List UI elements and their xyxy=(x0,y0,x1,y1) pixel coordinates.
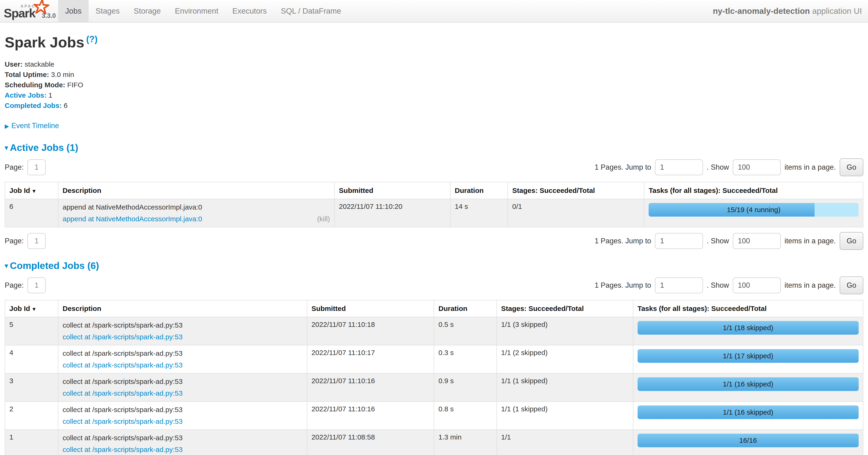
page-content: Spark Jobs(?) User: stackable Total Upti… xyxy=(0,34,868,455)
tab-storage[interactable]: Storage xyxy=(127,0,168,22)
cell-duration: 14 s xyxy=(450,199,508,227)
cell-submitted: 2022/11/07 11:10:18 xyxy=(307,317,434,345)
cell-duration: 1.3 min xyxy=(434,430,496,455)
cell-job-id: 1 xyxy=(5,430,58,455)
active-jobs-heading[interactable]: ▾Active Jobs (1) xyxy=(5,142,863,153)
cell-job-id: 5 xyxy=(5,317,58,345)
table-header-row: Job Id▼ Description Submitted Duration S… xyxy=(5,182,863,199)
job-detail-link[interactable]: collect at /spark-scripts/spark-ad.py:53 xyxy=(63,445,183,454)
completed-jobs-count: 6 xyxy=(64,102,68,109)
column-header-submitted[interactable]: Submitted xyxy=(335,182,450,199)
uptime-value: 3.0 min xyxy=(51,70,74,78)
cell-tasks: 1/1 (17 skipped) xyxy=(633,345,863,373)
cell-duration: 0.9 s xyxy=(434,373,496,401)
job-detail-link[interactable]: collect at /spark-scripts/spark-ad.py:53 xyxy=(63,417,183,426)
summary-completed-jobs: Completed Jobs: 6 xyxy=(5,101,863,111)
progress-label: 1/1 (16 skipped) xyxy=(638,405,859,419)
scheduling-mode-label: Scheduling Mode: xyxy=(5,81,65,89)
job-detail-link[interactable]: append at NativeMethodAccessorImpl.java:… xyxy=(63,214,202,224)
jump-to-input[interactable] xyxy=(655,233,703,249)
tab-executors[interactable]: Executors xyxy=(225,0,274,22)
jump-to-input[interactable] xyxy=(655,277,703,293)
cell-duration: 0.3 s xyxy=(434,345,496,373)
nav-tabs: Jobs Stages Storage Environment Executor… xyxy=(58,0,348,22)
job-detail-link[interactable]: collect at /spark-scripts/spark-ad.py:53 xyxy=(63,332,183,342)
scheduling-mode-value: FIFO xyxy=(67,81,83,89)
progress-label: 1/1 (17 skipped) xyxy=(638,349,859,363)
tab-environment[interactable]: Environment xyxy=(168,0,225,22)
column-header-job-id[interactable]: Job Id▼ xyxy=(5,182,58,199)
tasks-progress-bar: 1/1 (17 skipped) xyxy=(638,349,859,363)
help-icon[interactable]: (?) xyxy=(86,34,98,44)
user-value: stackable xyxy=(25,60,54,68)
tab-sql-dataframe[interactable]: SQL / DataFrame xyxy=(274,0,348,22)
job-detail-link[interactable]: collect at /spark-scripts/spark-ad.py:53 xyxy=(63,389,183,398)
tasks-progress-bar: 15/19 (4 running) xyxy=(649,203,859,217)
tasks-progress-bar: 1/1 (16 skipped) xyxy=(638,377,859,391)
cell-job-id: 4 xyxy=(5,345,58,373)
cell-description: collect at /spark-scripts/spark-ad.py:53… xyxy=(58,317,307,345)
completed-jobs-heading[interactable]: ▾Completed Jobs (6) xyxy=(5,260,863,271)
sort-desc-icon: ▼ xyxy=(31,188,37,194)
summary-active-jobs: Active Jobs: 1 xyxy=(5,90,863,101)
column-header-job-id[interactable]: Job Id▼ xyxy=(5,300,58,317)
pages-jump-text: 1 Pages. Jump to xyxy=(595,237,651,245)
summary-scheduling-mode: Scheduling Mode: FIFO xyxy=(5,80,863,90)
column-header-stages[interactable]: Stages: Succeeded/Total xyxy=(497,300,633,317)
cell-tasks: 16/16 xyxy=(633,430,863,455)
column-header-description[interactable]: Description xyxy=(58,300,307,317)
completed-job-row: 3 collect at /spark-scripts/spark-ad.py:… xyxy=(5,373,863,401)
cell-description: collect at /spark-scripts/spark-ad.py:53… xyxy=(58,373,307,401)
pages-jump-text: 1 Pages. Jump to xyxy=(595,163,651,172)
spark-logo[interactable]: APACHE Spark 3.3.0 xyxy=(0,0,58,22)
page-label: Page: xyxy=(5,281,24,290)
tasks-progress-bar: 16/16 xyxy=(638,434,859,447)
cell-description: collect at /spark-scripts/spark-ad.py:53… xyxy=(58,345,307,373)
column-header-duration[interactable]: Duration xyxy=(434,300,496,317)
column-header-tasks[interactable]: Tasks (for all stages): Succeeded/Total xyxy=(633,300,863,317)
items-text: items in a page. xyxy=(784,163,836,172)
tab-stages[interactable]: Stages xyxy=(89,0,127,22)
cell-submitted: 2022/11/07 11:10:20 xyxy=(335,199,450,227)
event-timeline-toggle[interactable]: ▶Event Timeline xyxy=(5,121,863,130)
collapse-arrow-icon: ▾ xyxy=(5,262,8,269)
page-number-input[interactable] xyxy=(27,277,46,293)
active-jobs-pager-top: Page: 1 Pages. Jump to . Show items in a… xyxy=(5,159,863,176)
spark-version: 3.3.0 xyxy=(42,12,56,20)
cell-tasks: 1/1 (18 skipped) xyxy=(633,317,863,345)
cell-description: collect at /spark-scripts/spark-ad.py:53… xyxy=(58,401,307,430)
cell-submitted: 2022/11/07 11:08:58 xyxy=(307,430,434,455)
cell-tasks: 1/1 (16 skipped) xyxy=(633,373,863,401)
cell-duration: 0.8 s xyxy=(434,401,496,430)
cell-tasks: 1/1 (16 skipped) xyxy=(633,401,863,430)
go-button[interactable]: Go xyxy=(840,159,863,176)
page-label: Page: xyxy=(5,163,24,172)
active-jobs-link[interactable]: Active Jobs: xyxy=(5,91,46,99)
jump-to-input[interactable] xyxy=(655,159,703,175)
column-header-duration[interactable]: Duration xyxy=(450,182,508,199)
active-job-row: 6 append at NativeMethodAccessorImpl.jav… xyxy=(5,199,863,227)
cell-job-id: 3 xyxy=(5,373,58,401)
spark-logo-text: Spark xyxy=(4,6,35,20)
completed-jobs-link[interactable]: Completed Jobs: xyxy=(5,102,62,109)
kill-job-link[interactable]: (kill) xyxy=(317,214,330,224)
items-per-page-input[interactable] xyxy=(733,277,781,293)
go-button[interactable]: Go xyxy=(840,277,863,294)
page-number-input[interactable] xyxy=(27,233,46,249)
cell-submitted: 2022/11/07 11:10:16 xyxy=(307,373,434,401)
column-header-submitted[interactable]: Submitted xyxy=(307,300,434,317)
cell-job-id: 2 xyxy=(5,401,58,430)
column-header-description[interactable]: Description xyxy=(58,182,335,199)
tab-jobs[interactable]: Jobs xyxy=(58,0,89,22)
column-header-stages[interactable]: Stages: Succeeded/Total xyxy=(508,182,644,199)
cell-stages: 1/1 (1 skipped) xyxy=(497,373,633,401)
uptime-label: Total Uptime: xyxy=(5,70,49,78)
go-button[interactable]: Go xyxy=(840,232,863,250)
column-header-tasks[interactable]: Tasks (for all stages): Succeeded/Total xyxy=(644,182,863,199)
job-detail-link[interactable]: collect at /spark-scripts/spark-ad.py:53 xyxy=(63,361,183,370)
items-per-page-input[interactable] xyxy=(733,233,781,249)
page-number-input[interactable] xyxy=(27,159,46,175)
cell-job-id: 6 xyxy=(5,199,58,227)
items-per-page-input[interactable] xyxy=(733,159,781,175)
show-text: . Show xyxy=(707,237,729,245)
